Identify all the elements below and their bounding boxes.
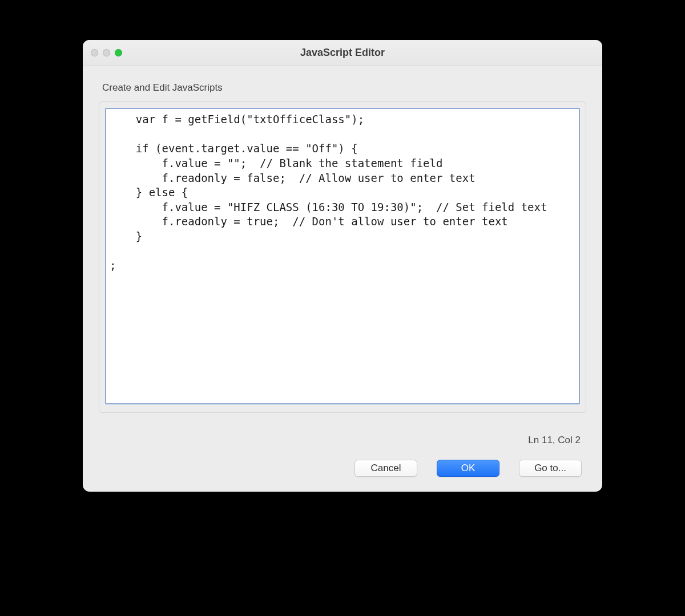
- zoom-window-icon[interactable]: [115, 49, 122, 56]
- goto-button[interactable]: Go to...: [519, 460, 582, 477]
- window-controls: [91, 49, 122, 56]
- editor-frame: [99, 102, 586, 413]
- button-row: Cancel OK Go to...: [99, 460, 586, 479]
- code-textarea[interactable]: [105, 108, 580, 404]
- cursor-position: Ln 11, Col 2: [99, 435, 581, 446]
- titlebar: JavaScript Editor: [83, 40, 602, 66]
- ok-button[interactable]: OK: [437, 460, 499, 477]
- window-title: JavaScript Editor: [83, 47, 602, 59]
- editor-window: JavaScript Editor Create and Edit JavaSc…: [83, 40, 602, 492]
- close-window-icon[interactable]: [91, 49, 98, 56]
- cancel-button[interactable]: Cancel: [354, 460, 417, 477]
- section-label: Create and Edit JavaScripts: [102, 82, 586, 94]
- minimize-window-icon[interactable]: [103, 49, 110, 56]
- dialog-content: Create and Edit JavaScripts Ln 11, Col 2…: [83, 66, 602, 492]
